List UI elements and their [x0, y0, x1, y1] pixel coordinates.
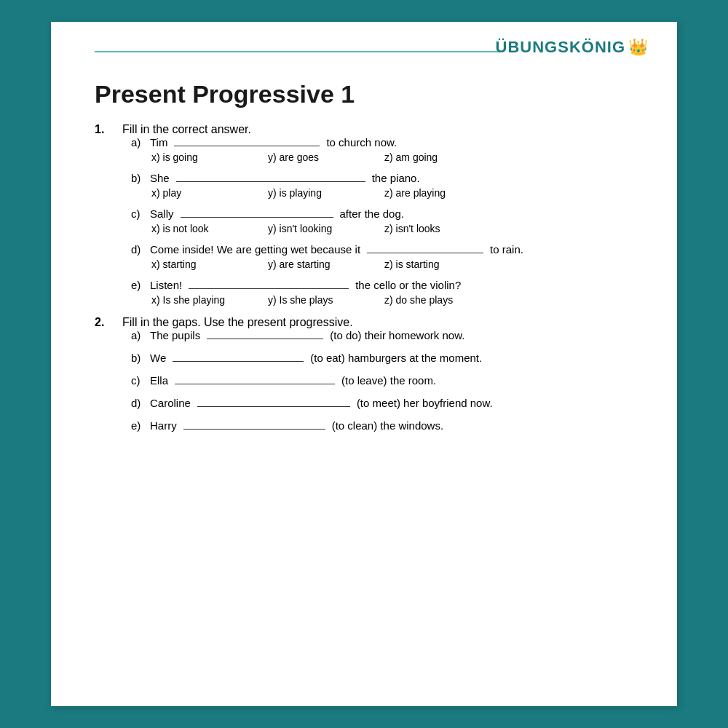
q1e-opt-x[interactable]: x) Is she playing: [151, 294, 268, 306]
q1d-options: x) starting y) are starting z) is starti…: [151, 258, 641, 270]
q2a-before: The pupils: [150, 329, 200, 341]
q1b: b) She the piano. x) play y) is playing …: [131, 172, 641, 199]
page-wrapper: ÜBUNGSKÖNIG 👑 Present Progressive 1 1. F…: [0, 0, 728, 728]
q1e-options: x) Is she playing y) Is she plays z) do …: [151, 294, 641, 306]
q2b: b) We (to eat) hamburgers at the moment.: [131, 352, 641, 364]
q2d-letter: d): [131, 397, 146, 409]
q1c-blank[interactable]: [181, 217, 333, 218]
section-1-number: 1.: [95, 123, 116, 136]
q1d-opt-y[interactable]: y) are starting: [268, 258, 384, 270]
q1a-opt-z[interactable]: z) am going: [384, 151, 501, 163]
q2d-row: d) Caroline (to meet) her boyfriend now.: [131, 397, 641, 409]
q1e: e) Listen! the cello or the violin? x) I…: [131, 279, 641, 306]
q1b-before: She: [150, 172, 170, 184]
section-2: 2. Fill in the gaps. Use the present pro…: [95, 316, 641, 432]
section-1-label: 1. Fill in the correct answer.: [95, 123, 641, 136]
q2b-row: b) We (to eat) hamburgers at the moment.: [131, 352, 641, 364]
q1b-after: the piano.: [372, 172, 420, 184]
worksheet-sheet: ÜBUNGSKÖNIG 👑 Present Progressive 1 1. F…: [51, 22, 677, 706]
q1c-options: x) is not look y) isn't looking z) isn't…: [151, 223, 641, 234]
logo-area: ÜBUNGSKÖNIG 👑: [496, 38, 648, 57]
q1d-blank[interactable]: [367, 253, 483, 253]
q2a-after: (to do) their homework now.: [330, 329, 464, 341]
q2c-before: Ella: [150, 374, 168, 387]
q1c-letter: c): [131, 207, 146, 220]
q2a: a) The pupils (to do) their homework now…: [131, 329, 641, 341]
q1e-after: the cello or the violin?: [355, 279, 461, 291]
q1a-row: a) Tim to church now.: [131, 136, 641, 149]
q1c-after: after the dog.: [340, 207, 404, 220]
q2e-after: (to clean) the windows.: [332, 419, 443, 432]
q1b-options: x) play y) is playing z) are playing: [151, 187, 641, 199]
q2e-letter: e): [131, 419, 146, 432]
q2d-blank[interactable]: [197, 406, 350, 407]
logo-text: ÜBUNGSKÖNIG: [496, 38, 625, 57]
q2d-after: (to meet) her boyfriend now.: [357, 397, 493, 409]
q1e-opt-z[interactable]: z) do she plays: [384, 294, 501, 306]
q1e-opt-y[interactable]: y) Is she plays: [268, 294, 384, 306]
q2c: c) Ella (to leave) the room.: [131, 374, 641, 387]
q2b-letter: b): [131, 352, 146, 364]
top-decorative-line: [95, 51, 502, 52]
q1d-after: to rain.: [490, 243, 523, 256]
q1b-letter: b): [131, 172, 146, 184]
q1b-opt-y[interactable]: y) is playing: [268, 187, 384, 199]
q1e-blank[interactable]: [189, 288, 349, 289]
section-1: 1. Fill in the correct answer. a) Tim to…: [95, 123, 641, 306]
q2e-blank[interactable]: [183, 429, 325, 430]
q2c-row: c) Ella (to leave) the room.: [131, 374, 641, 387]
q1b-blank[interactable]: [176, 181, 365, 182]
q1a-opt-x[interactable]: x) is going: [151, 151, 268, 163]
q1c-opt-z[interactable]: z) isn't looks: [384, 223, 501, 234]
q1d-opt-x[interactable]: x) starting: [151, 258, 268, 270]
logo-crown-icon: 👑: [628, 38, 648, 57]
q2c-after: (to leave) the room.: [341, 374, 436, 387]
q2d-before: Caroline: [150, 397, 191, 409]
section-1-instruction: Fill in the correct answer.: [122, 123, 251, 136]
q2b-blank[interactable]: [173, 361, 304, 362]
q1d: d) Come inside! We are getting wet becau…: [131, 243, 641, 270]
q1d-letter: d): [131, 243, 146, 256]
q1a-letter: a): [131, 136, 146, 149]
q1c-before: Sally: [150, 207, 174, 220]
q2b-before: We: [150, 352, 166, 364]
q2c-letter: c): [131, 374, 146, 387]
q1c-opt-y[interactable]: y) isn't looking: [268, 223, 384, 234]
section-2-label: 2. Fill in the gaps. Use the present pro…: [95, 316, 641, 329]
q1d-row: d) Come inside! We are getting wet becau…: [131, 243, 641, 256]
q2e-row: e) Harry (to clean) the windows.: [131, 419, 641, 432]
q1d-before: Come inside! We are getting wet because …: [150, 243, 360, 256]
q1a-opt-y[interactable]: y) are goes: [268, 151, 384, 163]
q1b-opt-z[interactable]: z) are playing: [384, 187, 501, 199]
q2e: e) Harry (to clean) the windows.: [131, 419, 641, 432]
section-2-instruction: Fill in the gaps. Use the present progre…: [122, 316, 353, 329]
q1e-before: Listen!: [150, 279, 182, 291]
q1b-opt-x[interactable]: x) play: [151, 187, 268, 199]
q1a-blank[interactable]: [174, 146, 320, 146]
q2a-blank[interactable]: [207, 339, 323, 339]
q1a-after: to church now.: [326, 136, 397, 149]
q1a-before: Tim: [150, 136, 167, 149]
q2d: d) Caroline (to meet) her boyfriend now.: [131, 397, 641, 409]
q1e-row: e) Listen! the cello or the violin?: [131, 279, 641, 291]
q1c: c) Sally after the dog. x) is not look y…: [131, 207, 641, 234]
section-2-number: 2.: [95, 316, 116, 329]
q1e-letter: e): [131, 279, 146, 291]
worksheet-title: Present Progressive 1: [95, 80, 641, 108]
q1c-row: c) Sally after the dog.: [131, 207, 641, 220]
q2c-blank[interactable]: [175, 384, 335, 384]
q2a-letter: a): [131, 329, 146, 341]
q2a-row: a) The pupils (to do) their homework now…: [131, 329, 641, 341]
q1b-row: b) She the piano.: [131, 172, 641, 184]
q1a-options: x) is going y) are goes z) am going: [151, 151, 641, 163]
q2b-after: (to eat) hamburgers at the moment.: [310, 352, 482, 364]
q1a: a) Tim to church now. x) is going y) are…: [131, 136, 641, 163]
q2e-before: Harry: [150, 419, 177, 432]
q1d-opt-z[interactable]: z) is starting: [384, 258, 501, 270]
q1c-opt-x[interactable]: x) is not look: [151, 223, 268, 234]
